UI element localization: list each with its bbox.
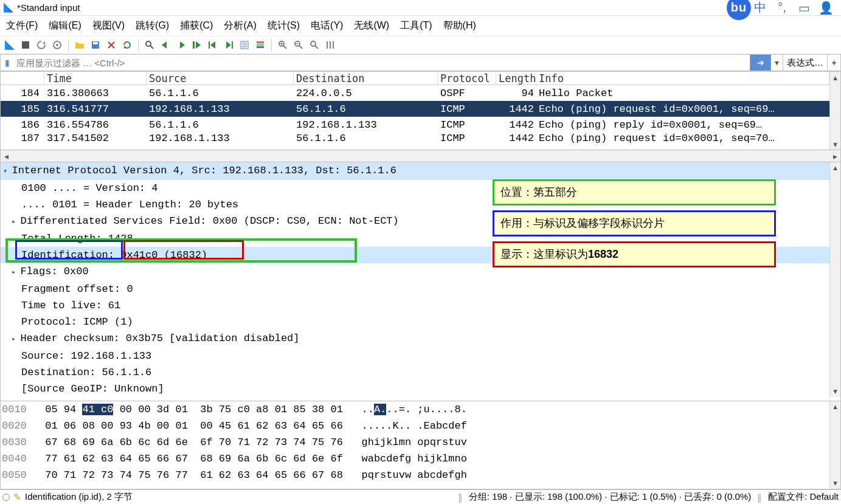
packet-details[interactable]: Internet Protocol Version 4, Src: 192.16… xyxy=(0,162,841,401)
detail-destination[interactable]: Destination: 56.1.1.6 xyxy=(1,364,829,381)
menu-edit[interactable]: 编辑(E) xyxy=(47,18,82,33)
edit-icon[interactable]: ✎ xyxy=(13,492,21,503)
menu-statistics[interactable]: 统计(S) xyxy=(266,18,301,33)
col-time[interactable]: Time xyxy=(44,72,147,85)
toolbar xyxy=(0,36,841,54)
go-last-icon[interactable] xyxy=(221,38,236,52)
add-filter-button[interactable]: + xyxy=(827,55,840,71)
svg-marker-10 xyxy=(162,41,167,49)
open-icon[interactable] xyxy=(72,38,87,52)
apply-filter-button[interactable]: ➔ xyxy=(750,55,770,71)
go-forward-icon[interactable] xyxy=(174,38,189,52)
packet-bytes[interactable]: 0010 05 94 41 c0 00 00 3d 01 3b 75 c0 a8… xyxy=(0,401,841,489)
filter-dropdown-icon[interactable]: ▾ xyxy=(770,55,783,71)
svg-rect-6 xyxy=(93,42,98,44)
svg-point-8 xyxy=(146,41,151,46)
hex-row[interactable]: 0010 05 94 41 c0 00 00 3d 01 3b 75 c0 a8… xyxy=(1,401,829,418)
detail-fragment-offset[interactable]: Fragment offset: 0 xyxy=(1,281,829,297)
annotation-red-box xyxy=(123,240,244,260)
tray-icons: 中 °, ▭ 👤 xyxy=(752,0,837,16)
menu-tools[interactable]: 工具(T) xyxy=(399,18,433,33)
hex-row[interactable]: 0050 70 71 72 73 74 75 76 77 61 62 63 64… xyxy=(1,467,829,483)
user-icon[interactable]: 👤 xyxy=(818,0,834,16)
filter-bar: ▮ ➔ ▾ 表达式… + xyxy=(0,54,841,71)
go-to-packet-icon[interactable] xyxy=(190,38,204,52)
svg-marker-0 xyxy=(5,40,15,50)
detail-source[interactable]: Source: 192.168.1.133 xyxy=(1,348,829,364)
packet-row[interactable]: 184316.38066356.1.1.6224.0.0.5OSPF94Hell… xyxy=(1,85,829,101)
status-field: Identification (ip.id), 2 字节 xyxy=(25,491,133,503)
reload-icon[interactable] xyxy=(120,38,134,52)
zoom-in-icon[interactable] xyxy=(275,38,290,52)
hex-row[interactable]: 0020 01 06 08 00 93 4b 00 01 00 45 61 62… xyxy=(1,418,829,434)
col-destination[interactable]: Destination xyxy=(294,72,438,85)
zoom-out-icon[interactable] xyxy=(291,38,306,52)
restart-capture-icon[interactable] xyxy=(34,38,49,52)
packet-row[interactable]: 185316.541777192.168.1.13356.1.1.6ICMP14… xyxy=(1,101,829,117)
svg-rect-15 xyxy=(209,41,210,49)
detail-ttl[interactable]: Time to live: 61 xyxy=(1,297,829,314)
status-profile[interactable]: 配置文件: Default xyxy=(768,491,839,503)
titlebar: *Standard input bu 中 °, ▭ 👤 xyxy=(0,0,841,16)
colorize-icon[interactable] xyxy=(253,38,268,52)
hex-row[interactable]: 0040 77 61 62 63 64 65 66 67 68 69 6a 6b… xyxy=(1,450,829,467)
resize-columns-icon[interactable] xyxy=(323,38,337,52)
detail-geoip[interactable]: [Source GeoIP: Unknown] xyxy=(1,381,829,397)
svg-marker-12 xyxy=(196,41,201,49)
col-no[interactable] xyxy=(1,72,44,85)
close-icon[interactable] xyxy=(104,38,119,52)
packet-list-vscroll[interactable]: ▴▾ xyxy=(829,72,840,150)
menu-analyze[interactable]: 分析(A) xyxy=(223,18,257,33)
menu-go[interactable]: 跳转(G) xyxy=(134,18,170,33)
go-back-icon[interactable] xyxy=(158,38,173,52)
packet-list-header[interactable]: Time Source Destination Protocol Length … xyxy=(1,72,829,85)
expression-button[interactable]: 表达式… xyxy=(783,55,827,71)
status-packets: 分组: 198 · 已显示: 198 (100.0%) · 已标记: 1 (0.… xyxy=(469,491,751,503)
col-protocol[interactable]: Protocol xyxy=(438,72,496,85)
packet-list[interactable]: Time Source Destination Protocol Length … xyxy=(0,71,841,150)
find-icon[interactable] xyxy=(142,38,157,52)
ime-icon[interactable]: 中 xyxy=(752,0,768,16)
svg-line-26 xyxy=(283,46,286,49)
menu-capture[interactable]: 捕获(C) xyxy=(179,18,214,33)
punct-icon[interactable]: °, xyxy=(774,0,790,16)
detail-ipv4-root[interactable]: Internet Protocol Version 4, Src: 192.16… xyxy=(1,162,829,180)
start-capture-icon[interactable] xyxy=(2,38,17,52)
svg-rect-13 xyxy=(193,41,195,49)
packet-row[interactable]: 187317.541502192.168.1.13356.1.1.6ICMP14… xyxy=(1,133,829,145)
svg-rect-23 xyxy=(257,44,264,46)
annotation-role: 作用：与标识及偏移字段标识分片 xyxy=(493,210,776,236)
zoom-reset-icon[interactable] xyxy=(307,38,322,52)
display-icon[interactable]: ▭ xyxy=(796,0,812,16)
save-icon[interactable] xyxy=(88,38,103,52)
menu-wireless[interactable]: 无线(W) xyxy=(353,18,390,33)
menu-telephony[interactable]: 电话(Y) xyxy=(310,18,344,33)
details-vscroll[interactable]: ▴▾ xyxy=(829,162,840,397)
annotation-display: 显示：这里标识为16832 xyxy=(493,241,776,268)
packet-row[interactable]: 186316.55478656.1.1.6192.168.1.133ICMP14… xyxy=(1,117,829,133)
svg-point-4 xyxy=(56,44,58,46)
svg-point-32 xyxy=(311,41,316,46)
svg-marker-11 xyxy=(180,41,185,49)
hex-vscroll[interactable]: ▴▾ xyxy=(829,401,840,489)
expert-info-icon[interactable] xyxy=(2,494,10,501)
detail-header-checksum[interactable]: Header checksum: 0x3b75 [validation disa… xyxy=(1,330,829,348)
svg-line-30 xyxy=(299,46,302,49)
menu-help[interactable]: 帮助(H) xyxy=(442,18,477,33)
bookmark-icon[interactable]: ▮ xyxy=(1,58,14,67)
annotation-blue-box xyxy=(15,240,123,260)
detail-protocol[interactable]: Protocol: ICMP (1) xyxy=(1,314,829,330)
capture-options-icon[interactable] xyxy=(50,38,64,52)
col-info[interactable]: Info xyxy=(536,72,829,85)
svg-line-9 xyxy=(150,46,153,49)
go-first-icon[interactable] xyxy=(206,38,220,52)
col-source[interactable]: Source xyxy=(147,72,294,85)
auto-scroll-icon[interactable] xyxy=(237,38,252,52)
stop-capture-icon[interactable] xyxy=(18,38,33,52)
col-length[interactable]: Length xyxy=(496,72,536,85)
packet-list-hscroll[interactable]: ◂▸ xyxy=(0,150,841,162)
menu-file[interactable]: 文件(F) xyxy=(5,18,39,33)
hex-row[interactable]: 0030 67 68 69 6a 6b 6c 6d 6e 6f 70 71 72… xyxy=(1,434,829,450)
menu-view[interactable]: 视图(V) xyxy=(91,18,126,33)
display-filter-input[interactable] xyxy=(14,57,750,69)
